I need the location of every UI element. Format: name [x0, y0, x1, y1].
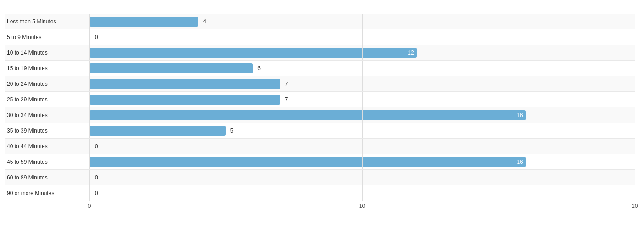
grid-line	[89, 92, 90, 107]
bar-fill: 7	[89, 95, 280, 105]
grid-line	[362, 139, 363, 154]
bar-value: 7	[283, 96, 288, 103]
grid-line	[362, 76, 363, 91]
grid-line	[635, 45, 635, 60]
bar-value: 5	[229, 128, 234, 134]
grid-line	[89, 170, 90, 185]
x-axis: 01020	[89, 203, 635, 212]
grid-line	[635, 170, 635, 185]
bar-label: 90 or more Minutes	[5, 190, 89, 196]
x-tick: 20	[632, 203, 638, 209]
bar-track: 7	[89, 92, 635, 107]
grid-line	[362, 61, 363, 76]
bar-row: 5 to 9 Minutes0	[5, 29, 635, 45]
grid-line	[362, 45, 363, 60]
grid-line	[635, 92, 635, 107]
bar-label: 10 to 14 Minutes	[5, 50, 89, 56]
bar-track: 7	[89, 76, 635, 91]
grid-line	[635, 139, 635, 154]
grid-line	[635, 107, 635, 123]
bar-label: 20 to 24 Minutes	[5, 81, 89, 87]
bar-value: 6	[256, 65, 261, 72]
bar-track: 0	[89, 139, 635, 154]
grid-line	[635, 185, 635, 201]
bar-fill: 7	[89, 79, 280, 89]
bar-label: 35 to 39 Minutes	[5, 128, 89, 134]
bar-label: 30 to 34 Minutes	[5, 112, 89, 118]
bar-label: 5 to 9 Minutes	[5, 34, 89, 40]
bar-row: 25 to 29 Minutes7	[5, 92, 635, 107]
bar-label: 60 to 89 Minutes	[5, 174, 89, 181]
grid-line	[362, 185, 363, 201]
x-tick: 10	[359, 203, 365, 209]
bar-value: 7	[283, 81, 288, 87]
bar-row: 35 to 39 Minutes5	[5, 123, 635, 139]
bar-label: 40 to 44 Minutes	[5, 143, 89, 150]
grid-line	[635, 29, 635, 45]
bar-row: 45 to 59 Minutes16	[5, 154, 635, 170]
grid-line	[362, 170, 363, 185]
bar-row: 10 to 14 Minutes12	[5, 45, 635, 61]
grid-line	[89, 154, 90, 169]
bar-row: Less than 5 Minutes4	[5, 14, 635, 29]
chart-area: Less than 5 Minutes45 to 9 Minutes010 to…	[5, 14, 635, 201]
bar-fill: 6	[89, 63, 253, 73]
grid-line	[89, 185, 90, 201]
grid-line	[635, 76, 635, 91]
grid-line	[89, 107, 90, 123]
bar-track: 16	[89, 107, 635, 123]
bar-value-inside: 12	[408, 50, 416, 56]
bar-fill: 5	[89, 126, 226, 136]
grid-line	[362, 92, 363, 107]
grid-line	[89, 29, 90, 45]
grid-line	[89, 45, 90, 60]
grid-line	[635, 123, 635, 138]
bar-label: 15 to 19 Minutes	[5, 65, 89, 72]
grid-line	[362, 29, 363, 45]
grid-line	[89, 123, 90, 138]
bar-track: 6	[89, 61, 635, 76]
bar-row: 30 to 34 Minutes16	[5, 107, 635, 123]
bar-row: 60 to 89 Minutes0	[5, 170, 635, 185]
chart-container: Less than 5 Minutes45 to 9 Minutes010 to…	[0, 0, 644, 240]
bar-label: Less than 5 Minutes	[5, 18, 89, 25]
grid-line	[362, 154, 363, 169]
bar-track: 0	[89, 185, 635, 201]
bar-value-inside: 16	[517, 112, 525, 118]
bar-row: 15 to 19 Minutes6	[5, 61, 635, 76]
bar-row: 40 to 44 Minutes0	[5, 139, 635, 154]
bar-fill: 16	[89, 157, 526, 167]
bar-track: 12	[89, 45, 635, 60]
grid-line	[89, 76, 90, 91]
bar-value-inside: 16	[517, 159, 525, 165]
bar-value: 0	[93, 174, 98, 181]
bar-fill: 12	[89, 48, 417, 58]
grid-line	[89, 61, 90, 76]
grid-line	[635, 154, 635, 169]
x-tick: 0	[88, 203, 91, 209]
grid-line	[362, 14, 363, 29]
grid-line	[362, 107, 363, 123]
bar-track: 5	[89, 123, 635, 138]
bar-label: 45 to 59 Minutes	[5, 159, 89, 165]
bar-track: 16	[89, 154, 635, 169]
bar-track: 0	[89, 29, 635, 45]
bar-value: 0	[93, 34, 98, 40]
grid-line	[89, 139, 90, 154]
grid-line	[635, 14, 635, 29]
bar-value: 4	[201, 18, 206, 25]
grid-line	[89, 14, 90, 29]
bar-value: 0	[93, 190, 98, 196]
bar-row: 90 or more Minutes0	[5, 185, 635, 201]
grid-line	[362, 123, 363, 138]
bar-row: 20 to 24 Minutes7	[5, 76, 635, 92]
bar-label: 25 to 29 Minutes	[5, 96, 89, 103]
bar-fill: 4	[89, 17, 198, 27]
bar-value: 0	[93, 143, 98, 150]
bar-track: 0	[89, 170, 635, 185]
grid-line	[635, 61, 635, 76]
bar-fill: 16	[89, 110, 526, 120]
bar-track: 4	[89, 14, 635, 29]
